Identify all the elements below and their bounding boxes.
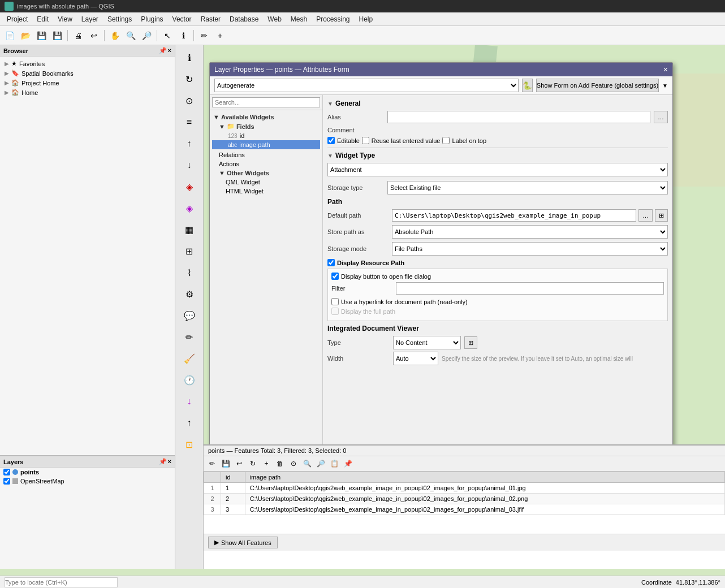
menu-project[interactable]: Project — [2, 14, 32, 24]
alias-more-btn[interactable]: … — [654, 111, 668, 123]
tool-up-arrow[interactable]: ↑ — [179, 413, 200, 433]
label-on-top-check[interactable] — [442, 137, 450, 144]
undo-btn[interactable]: ↩ — [87, 28, 101, 43]
field-image-path[interactable]: abc image path — [212, 140, 320, 149]
layer-osm-check[interactable] — [3, 478, 10, 485]
tree-project-home[interactable]: ▶ 🏠 Project Home — [2, 78, 172, 88]
at-filter-btn[interactable]: ⊙ — [287, 457, 300, 470]
widget-type-section-header[interactable]: ▼ Widget Type — [327, 152, 668, 159]
layer-osm[interactable]: OpenStreetMap — [0, 477, 175, 486]
tool-filter[interactable]: ⊙ — [179, 90, 200, 111]
autogenerate-select[interactable]: Autogenerate — [214, 79, 519, 92]
tool-purple[interactable]: ↓ — [179, 391, 200, 412]
menu-web[interactable]: Web — [263, 14, 286, 24]
display-button-check[interactable] — [331, 273, 339, 280]
row-3-path[interactable]: C:\Users\laptop\Desktop\qgis2web_example… — [245, 504, 724, 515]
at-zoom-btn[interactable]: 🔎 — [314, 457, 327, 470]
tool-layer[interactable]: ≡ — [179, 112, 200, 132]
at-copy-btn[interactable]: 📋 — [328, 457, 340, 470]
tree-spatial-bookmarks[interactable]: ▶ 🔖 Spatial Bookmarks — [2, 68, 172, 78]
at-save-btn[interactable]: 💾 — [219, 457, 232, 470]
show-all-features-btn[interactable]: ▶ Show All Features — [208, 537, 278, 548]
tool-refresh[interactable]: ↻ — [179, 69, 200, 89]
store-path-select[interactable]: Absolute Path — [392, 225, 668, 239]
menu-mesh[interactable]: Mesh — [286, 14, 312, 24]
tool-move[interactable]: ↑ — [179, 133, 200, 154]
menu-database[interactable]: Database — [225, 14, 263, 24]
relations-item[interactable]: Relations — [212, 150, 320, 159]
widget-type-select[interactable]: Attachment — [327, 163, 668, 176]
tool-cube-red[interactable]: ◈ — [179, 176, 200, 197]
pan-btn[interactable]: ✋ — [107, 28, 122, 43]
menu-plugins[interactable]: Plugins — [136, 14, 167, 24]
tool-comment[interactable]: 💬 — [179, 305, 200, 326]
tool-broom[interactable]: 🧹 — [179, 348, 200, 369]
editable-check[interactable] — [327, 137, 335, 144]
available-widgets-header[interactable]: ▼ Available Widgets — [212, 113, 320, 122]
other-widgets-header[interactable]: ▼ Other Widgets — [212, 168, 320, 178]
at-rollback-btn[interactable]: ↩ — [233, 457, 245, 470]
menu-help[interactable]: Help — [355, 14, 378, 24]
tool-info[interactable]: ℹ — [179, 47, 200, 68]
menu-processing[interactable]: Processing — [312, 14, 354, 24]
show-form-btn[interactable]: Show Form on Add Feature (global setting… — [536, 79, 659, 92]
tool-list[interactable]: ▦ — [179, 219, 200, 240]
select-btn[interactable]: ↖ — [160, 28, 175, 43]
save-btn[interactable]: 💾 — [34, 28, 49, 43]
row-2-id[interactable]: 2 — [221, 494, 245, 504]
row-1-id[interactable]: 1 — [221, 483, 245, 494]
col-image-path[interactable]: image path — [245, 472, 724, 483]
at-refresh-btn[interactable]: ↻ — [247, 457, 259, 470]
tool-down[interactable]: ↓ — [179, 155, 200, 175]
tool-dot-line[interactable]: ⌇ — [179, 262, 200, 283]
at-del-btn[interactable]: 🗑 — [274, 457, 286, 470]
menu-settings[interactable]: Settings — [103, 14, 136, 24]
tool-cube-multi[interactable]: ◈ — [179, 198, 200, 218]
storage-mode-select[interactable]: File Paths — [392, 242, 668, 256]
alias-input[interactable] — [387, 111, 650, 123]
storage-type-select[interactable]: Select Existing file — [387, 181, 668, 194]
identify-btn[interactable]: ℹ — [176, 28, 191, 43]
save-as-btn[interactable]: 💾 — [50, 28, 64, 43]
row-3-id[interactable]: 3 — [221, 504, 245, 515]
row-2-path[interactable]: C:\Users\laptop\Desktop\qgis2web_example… — [245, 494, 724, 504]
tool-gear[interactable]: ⚙ — [179, 284, 200, 304]
browser-pin-icon[interactable]: 📌 — [159, 47, 167, 54]
python-icon-btn[interactable]: 🐍 — [522, 79, 533, 92]
field-id[interactable]: 123 id — [212, 131, 320, 140]
default-path-clear-btn[interactable]: ⊞ — [655, 209, 668, 222]
dialog-close-btn[interactable]: × — [663, 65, 668, 74]
tree-home[interactable]: ▶ 🏠 Home — [2, 88, 172, 97]
idv-copy-btn[interactable]: ⊞ — [464, 336, 477, 349]
general-section-header[interactable]: ▼ General — [327, 100, 668, 107]
zoom-btn[interactable]: 🔍 — [123, 28, 138, 43]
tool-down2[interactable]: ⊡ — [179, 434, 200, 455]
at-add-btn[interactable]: + — [260, 457, 273, 470]
filter-input[interactable] — [396, 282, 664, 295]
menu-vector[interactable]: Vector — [168, 14, 196, 24]
hyperlink-check[interactable] — [331, 298, 339, 305]
actions-item[interactable]: Actions — [212, 159, 320, 168]
widget-search-input[interactable] — [212, 97, 320, 107]
menu-raster[interactable]: Raster — [196, 14, 225, 24]
default-path-browse-btn[interactable]: … — [638, 209, 653, 222]
menu-view[interactable]: View — [53, 14, 77, 24]
html-widget-item[interactable]: HTML Widget — [212, 187, 320, 196]
path-section-header[interactable]: Path — [327, 198, 668, 206]
zoom-out-btn[interactable]: 🔎 — [139, 28, 154, 43]
at-paste-btn[interactable]: 📌 — [342, 457, 354, 470]
tool-clock[interactable]: 🕐 — [179, 370, 200, 390]
display-resource-check[interactable] — [327, 259, 335, 266]
at-search-btn[interactable]: 🔍 — [301, 457, 313, 470]
new-btn[interactable]: 📄 — [2, 28, 17, 43]
full-path-check[interactable] — [331, 308, 339, 315]
col-id[interactable]: id — [221, 472, 245, 483]
fields-header[interactable]: ▼ 📁 Fields — [212, 122, 320, 131]
tree-favorites[interactable]: ▶ ★ Favorites — [2, 59, 172, 68]
row-1-path[interactable]: C:\Users\laptop\Desktop\qgis2web_example… — [245, 483, 724, 494]
menu-edit[interactable]: Edit — [32, 14, 53, 24]
idv-type-select[interactable]: No Content — [393, 336, 461, 349]
print-btn[interactable]: 🖨 — [71, 28, 85, 43]
at-pencil-btn[interactable]: ✏ — [206, 457, 218, 470]
default-path-input[interactable] — [392, 209, 636, 222]
